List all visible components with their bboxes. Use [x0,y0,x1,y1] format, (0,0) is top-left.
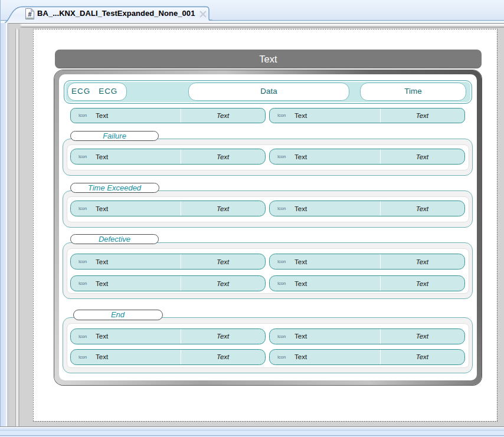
svg-text:#: # [28,11,31,18]
